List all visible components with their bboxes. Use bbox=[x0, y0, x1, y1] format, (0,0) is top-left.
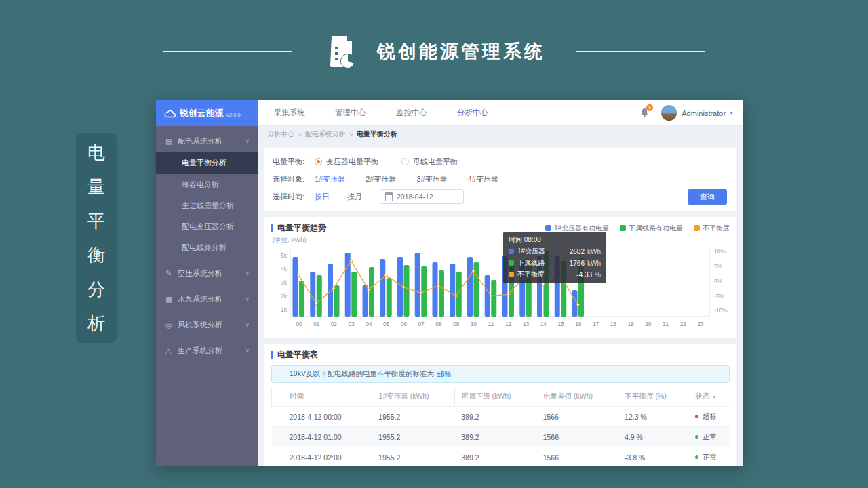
tooltip-time: 时间 08:00 bbox=[509, 235, 601, 245]
x-tick: 00 bbox=[296, 321, 302, 327]
chart-bar bbox=[450, 264, 455, 317]
time-mode-option[interactable]: 按日 bbox=[315, 192, 330, 202]
side-label-char: 电 bbox=[87, 144, 105, 161]
status-badge: 超标 bbox=[703, 412, 717, 420]
date-picker[interactable]: 2018-04-12 bbox=[380, 189, 464, 204]
sidebar-item[interactable]: 峰谷电分析 bbox=[156, 174, 258, 195]
sidebar-group-3[interactable]: ▦水泵系统分析∨ bbox=[156, 288, 258, 310]
table-cell: 389.2 bbox=[454, 427, 536, 447]
chevron-down-icon: ∨ bbox=[245, 321, 250, 328]
chart-bar bbox=[334, 285, 340, 317]
time-mode-option[interactable]: 按月 bbox=[347, 192, 362, 202]
balance-type-options: 变压器电量平衡母线电量平衡 bbox=[315, 157, 481, 167]
sidebar-group-label: 空压系统分析 bbox=[178, 268, 245, 279]
table-head-row: 时间1#变压器 (kWh)所属下级 (kWh)电量差值 (kWh)不平衡度 (%… bbox=[272, 387, 730, 407]
object-option[interactable]: 4#变压器 bbox=[468, 174, 498, 184]
sidebar-group-2[interactable]: ✎空压系统分析∨ bbox=[156, 262, 258, 284]
x-tick: 14 bbox=[540, 321, 547, 327]
balance-table: 时间1#变压器 (kWh)所属下级 (kWh)电量差值 (kWh)不平衡度 (%… bbox=[271, 387, 730, 466]
sort-caret-icon: ▼ bbox=[711, 394, 716, 399]
legend-item[interactable]: 不平衡度 bbox=[694, 224, 730, 233]
balance-trend-chart: 1k2k3k4k5k10%5%0%-5%-10%0001020304050607… bbox=[271, 245, 732, 336]
x-tick: 17 bbox=[593, 321, 599, 327]
x-tick: 22 bbox=[680, 321, 687, 327]
sidebar-item[interactable]: 配电线路分析 bbox=[156, 237, 258, 258]
sidebar-item[interactable]: 配电变压器分析 bbox=[156, 216, 258, 237]
balance-type-label: 电量平衡: bbox=[273, 157, 315, 167]
chart-point bbox=[402, 286, 405, 289]
balance-table-card: 电量平衡表 10kV及以下配电线路的电量不平衡度的标准为 ±5% 时间1#变压器… bbox=[264, 344, 736, 466]
sidebar-item[interactable]: 电量平衡分析 bbox=[156, 152, 258, 174]
app-logo[interactable]: 锐创云能源 V2.0.0 bbox=[156, 100, 258, 126]
chart-bar bbox=[491, 280, 496, 317]
tooltip-rows: 1#变压器2682kWh下属线路1766kWh不平衡度-4.33% bbox=[509, 247, 601, 279]
notification-bell-icon[interactable]: 5 bbox=[640, 108, 649, 119]
topnav-item[interactable]: 管理中心 bbox=[335, 108, 366, 118]
chevron-down-icon: ∨ bbox=[245, 296, 250, 302]
username: Administrator bbox=[682, 109, 726, 117]
sidebar-group-5[interactable]: △生产系统分析∨ bbox=[156, 340, 258, 361]
chart-bar bbox=[387, 278, 392, 317]
object-option[interactable]: 1#变压器 bbox=[315, 174, 345, 184]
table-cell: 2018-4-12 02:00 bbox=[272, 447, 372, 467]
table-cell: 4.9 % bbox=[618, 427, 688, 447]
chart-bar bbox=[404, 265, 410, 317]
topnav-item[interactable]: 分析中心 bbox=[457, 108, 488, 118]
right-tick: -5% bbox=[714, 293, 725, 300]
balance-radio-option[interactable]: 变压器电量平衡 bbox=[315, 157, 378, 167]
user-menu-caret-icon[interactable]: ▼ bbox=[729, 110, 734, 115]
x-tick: 15 bbox=[557, 321, 564, 327]
chart-point bbox=[490, 295, 492, 298]
side-label-char: 衡 bbox=[87, 246, 105, 264]
tooltip-row: 不平衡度-4.33% bbox=[509, 270, 601, 279]
user-avatar[interactable] bbox=[661, 105, 677, 121]
side-label-char: 平 bbox=[87, 212, 105, 230]
legend-item[interactable]: 下属线路有功电量 bbox=[620, 224, 683, 233]
left-tick: 2k bbox=[281, 293, 288, 300]
topnav-item[interactable]: 监控中心 bbox=[396, 108, 427, 118]
tooltip-value: -4.33 bbox=[576, 271, 592, 279]
breadcrumb-item[interactable]: 电量平衡分析 bbox=[357, 129, 397, 139]
chart-bar bbox=[572, 290, 578, 317]
chart-bar bbox=[317, 275, 322, 317]
table-column-header: 时间 bbox=[272, 387, 372, 407]
left-tick: 4k bbox=[281, 266, 288, 272]
table-column-header[interactable]: 状态▼ bbox=[688, 387, 730, 407]
table-body: 2018-4-12 00:001955.2389.2156612.3 %超标20… bbox=[272, 407, 730, 467]
radio-label: 母线电量平衡 bbox=[413, 157, 458, 167]
topnav-item[interactable]: 采集系统 bbox=[274, 108, 305, 118]
sidebar-group-4[interactable]: ◎风机系统分析∨ bbox=[156, 314, 258, 336]
x-tick: 07 bbox=[418, 321, 425, 327]
tooltip-swatch bbox=[509, 249, 514, 254]
chart-point bbox=[577, 304, 580, 306]
legend-swatch bbox=[620, 225, 626, 231]
tooltip-row: 1#变压器2682kWh bbox=[509, 247, 601, 256]
balance-type-row: 电量平衡: 变压器电量平衡母线电量平衡 bbox=[273, 152, 728, 170]
breadcrumb-item[interactable]: 分析中心 bbox=[267, 129, 294, 139]
x-tick: 18 bbox=[610, 321, 617, 327]
status-dot bbox=[695, 435, 698, 439]
x-tick: 05 bbox=[383, 321, 390, 327]
query-button[interactable]: 查询 bbox=[688, 189, 727, 205]
balance-trend-card: 电量平衡趋势 1#变压器有功电量下属线路有功电量不平衡度 (单位: kWh) 1… bbox=[264, 217, 736, 338]
chart-unit-label: (单位: kWh) bbox=[273, 236, 730, 245]
breadcrumb-item[interactable]: 配电系统分析 bbox=[305, 129, 346, 139]
balance-radio-option[interactable]: 母线电量平衡 bbox=[401, 157, 458, 167]
table-row: 2018-4-12 00:001955.2389.2156612.3 %超标 bbox=[272, 407, 730, 427]
chevron-down-icon: ∨ bbox=[245, 138, 250, 144]
object-option[interactable]: 2#变压器 bbox=[366, 174, 396, 184]
chart-point bbox=[384, 274, 387, 277]
status-cell: 正常 bbox=[688, 447, 730, 467]
object-option[interactable]: 3#变压器 bbox=[417, 174, 448, 184]
sidebar-group-1[interactable]: ▤配电系统分析∨ bbox=[156, 130, 258, 152]
content-area: 电量平衡: 变压器电量平衡母线电量平衡 选择对象: 1#变压器2#变压器3#变压… bbox=[258, 142, 743, 466]
table-cell: 1566 bbox=[536, 427, 618, 447]
logo-name: 锐创云能源 bbox=[180, 108, 224, 119]
sidebar-item[interactable]: 主进线需量分析 bbox=[156, 195, 258, 216]
time-label: 选择时间: bbox=[273, 192, 315, 202]
sidebar-group-label: 生产系统分析 bbox=[178, 346, 245, 356]
status-cell: 正常 bbox=[688, 427, 730, 447]
logo-version: V2.0.0 bbox=[226, 112, 241, 118]
side-label-panel: 电量平衡分析 bbox=[76, 133, 117, 343]
date-value: 2018-04-12 bbox=[397, 192, 433, 201]
